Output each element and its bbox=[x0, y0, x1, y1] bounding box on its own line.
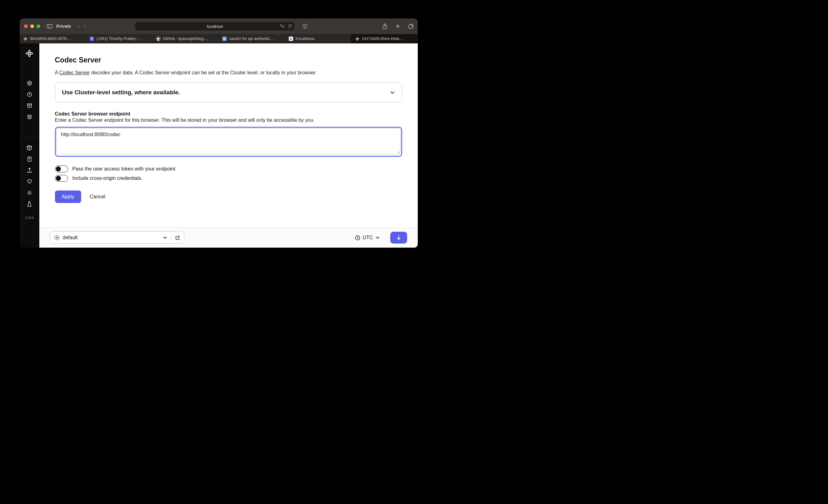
endpoint-field-label: Codec Server browser endpoint bbox=[55, 111, 402, 117]
forward-button[interactable]: › bbox=[84, 23, 86, 30]
intro-text: A Codec Server decodes your data. A Code… bbox=[55, 70, 402, 76]
svg-rect-6 bbox=[409, 25, 412, 29]
github-favicon-icon bbox=[156, 37, 161, 41]
svg-point-7 bbox=[27, 81, 31, 85]
chevron-down-icon bbox=[376, 237, 380, 239]
schedules-icon[interactable] bbox=[27, 91, 32, 97]
sidebar-toggle-icon[interactable] bbox=[46, 24, 53, 29]
namespace-selector: default bbox=[50, 232, 184, 244]
tab-strip: 9e2e9f35-6b83-4578-… Z (1451) Timothy Pr… bbox=[20, 34, 418, 43]
minimize-window-button[interactable] bbox=[30, 24, 34, 28]
tab-label: 2417eb08-65e4-44da-… bbox=[362, 37, 404, 41]
reload-icon[interactable] bbox=[288, 24, 292, 29]
tab[interactable]: GitHub - kpassapk/blog:… bbox=[152, 34, 219, 43]
cancel-button[interactable]: Cancel bbox=[90, 194, 106, 200]
import-icon[interactable] bbox=[27, 167, 32, 173]
endpoint-input[interactable] bbox=[56, 128, 401, 154]
feedback-icon[interactable] bbox=[27, 179, 32, 184]
close-window-button[interactable] bbox=[24, 24, 28, 28]
workflows-icon[interactable] bbox=[27, 80, 32, 86]
window-controls bbox=[24, 24, 40, 28]
pass-token-toggle[interactable] bbox=[55, 166, 68, 172]
svg-line-22 bbox=[31, 191, 31, 192]
svg-line-19 bbox=[28, 191, 28, 192]
privacy-shield-icon[interactable] bbox=[302, 24, 307, 29]
tab[interactable]: Excalidraw bbox=[285, 34, 351, 43]
endpoint-field-help: Enter a Codec Server endpoint for this b… bbox=[55, 117, 402, 123]
app-sidebar: 2.28.0 bbox=[20, 43, 39, 248]
pass-token-label: Pass the user access token with your end… bbox=[73, 166, 177, 172]
page-title: Codec Server bbox=[55, 56, 402, 64]
google-favicon-icon: G bbox=[222, 37, 227, 41]
temporal-favicon-icon bbox=[355, 37, 359, 41]
apply-button[interactable]: Apply bbox=[55, 191, 81, 203]
namespace-dropdown[interactable]: default bbox=[50, 235, 171, 241]
new-tab-icon[interactable] bbox=[395, 24, 400, 29]
back-button[interactable]: ‹ bbox=[78, 23, 80, 30]
timezone-selector[interactable]: UTC bbox=[355, 235, 380, 241]
browser-window: Private ‹ › localhost bbox=[20, 18, 418, 248]
share-icon[interactable] bbox=[382, 24, 387, 29]
cross-origin-label: Include cross-origin credentials. bbox=[73, 175, 143, 181]
temporal-logo-icon[interactable] bbox=[25, 49, 34, 58]
temporal-favicon-icon bbox=[24, 37, 28, 41]
svg-rect-0 bbox=[47, 24, 52, 28]
tab[interactable]: G oauth2 for api authentic… bbox=[218, 34, 285, 43]
box-icon[interactable] bbox=[27, 145, 32, 151]
tab-active[interactable]: 2417eb08-65e4-44da-… bbox=[351, 34, 418, 43]
excalidraw-favicon-icon bbox=[289, 37, 293, 41]
address-bar[interactable]: localhost bbox=[135, 22, 294, 31]
timezone-value: UTC bbox=[363, 235, 373, 241]
svg-point-24 bbox=[56, 237, 57, 238]
dropdown-label: Use Cluster-level setting, where availab… bbox=[62, 89, 180, 96]
private-mode-label: Private bbox=[56, 24, 71, 29]
namespace-value: default bbox=[63, 235, 78, 241]
translate-icon[interactable] bbox=[280, 24, 285, 29]
version-label: 2.28.0 bbox=[25, 216, 34, 219]
namespace-open-button[interactable] bbox=[171, 236, 184, 240]
endpoint-input-focus-ring bbox=[55, 127, 402, 157]
theme-icon[interactable] bbox=[27, 190, 32, 196]
svg-point-8 bbox=[29, 82, 30, 84]
svg-rect-10 bbox=[27, 104, 31, 105]
cluster-setting-dropdown[interactable]: Use Cluster-level setting, where availab… bbox=[55, 82, 402, 102]
svg-line-20 bbox=[31, 194, 31, 195]
scroll-down-button[interactable] bbox=[390, 232, 407, 244]
tab-overview-icon[interactable] bbox=[408, 24, 413, 29]
svg-point-14 bbox=[29, 192, 31, 194]
tab-label: oauth2 for api authentic… bbox=[229, 37, 274, 41]
tab[interactable]: Z (1451) Timothy Pratley -… bbox=[86, 34, 152, 43]
docs-icon[interactable] bbox=[27, 156, 32, 162]
address-text: localhost bbox=[207, 24, 223, 29]
zulip-favicon-icon: Z bbox=[90, 37, 94, 41]
footer-bar: default UTC bbox=[39, 227, 418, 248]
cross-origin-toggle[interactable] bbox=[55, 175, 68, 182]
namespace-icon bbox=[54, 235, 59, 241]
clock-icon bbox=[355, 235, 360, 241]
labs-icon[interactable] bbox=[27, 201, 32, 207]
namespaces-icon[interactable] bbox=[27, 114, 32, 120]
browser-toolbar: Private ‹ › localhost bbox=[20, 18, 418, 34]
tab[interactable]: 9e2e9f35-6b83-4578-… bbox=[20, 34, 86, 43]
chevron-down-icon bbox=[390, 91, 395, 94]
tab-label: GitHub - kpassapk/blog:… bbox=[163, 37, 209, 41]
svg-line-21 bbox=[28, 194, 28, 195]
tab-label: (1451) Timothy Pratley -… bbox=[96, 37, 142, 41]
tab-label: Excalidraw bbox=[296, 37, 315, 41]
archive-icon[interactable] bbox=[27, 103, 32, 108]
codec-server-link[interactable]: Codec Server bbox=[59, 70, 90, 75]
tab-label: 9e2e9f35-6b83-4578-… bbox=[30, 37, 72, 41]
maximize-window-button[interactable] bbox=[37, 24, 40, 28]
chevron-down-icon bbox=[163, 237, 167, 239]
main-panel: Codec Server A Codec Server decodes your… bbox=[39, 43, 418, 248]
